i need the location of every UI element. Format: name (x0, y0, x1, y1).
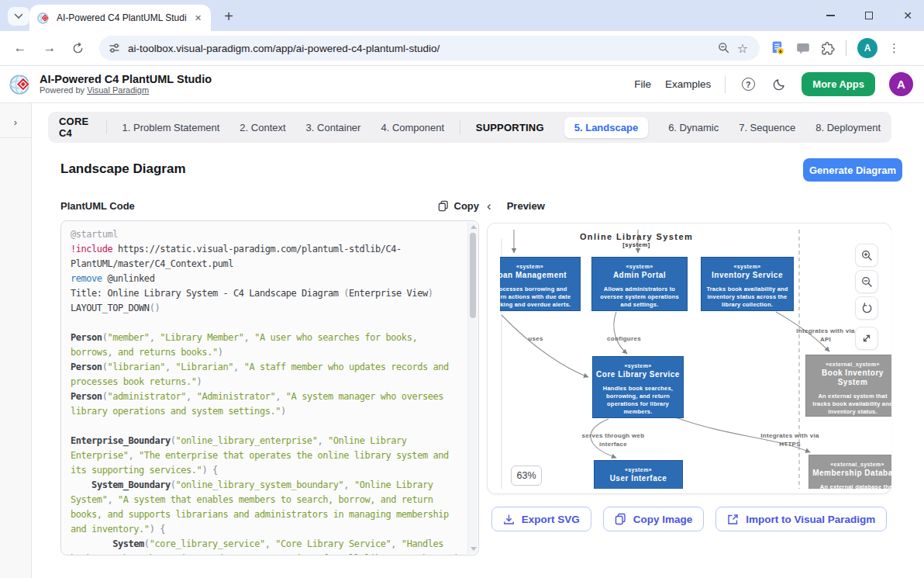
tab-deployment[interactable]: 8. Deployment (815, 122, 881, 133)
tab-context[interactable]: 2. Context (240, 122, 285, 133)
window-maximize-button[interactable] (859, 5, 879, 26)
code-line[interactable]: its supporting services.") { (71, 463, 467, 478)
code-line[interactable]: @startuml (71, 227, 467, 242)
docs-offline-icon[interactable] (771, 41, 785, 55)
expand-sidebar-button[interactable]: › (6, 112, 25, 131)
tabbar-divider (460, 120, 460, 134)
generate-diagram-button[interactable]: Generate Diagram (803, 158, 902, 182)
reset-view-button[interactable] (855, 296, 878, 320)
zoom-level-badge: 63% (511, 466, 542, 486)
dark-mode-button[interactable] (771, 76, 788, 93)
new-tab-button[interactable]: + (219, 6, 239, 26)
diagram-node[interactable]: «system»Inventory ServiceTracks book ava… (701, 257, 794, 311)
zoom-out-page-icon[interactable] (715, 39, 733, 57)
code-line[interactable]: Person("member", "Library Member", "A us… (71, 331, 467, 345)
browser-tab[interactable]: AI-Powered C4 PlantUML Studi ✕ (29, 5, 211, 31)
url-text[interactable]: ai-toolbox.visual-paradigm.com/app/ai-po… (128, 43, 715, 54)
rail-divider (0, 137, 32, 138)
tab-close-icon[interactable]: ✕ (191, 12, 205, 25)
help-button[interactable]: ? (740, 76, 757, 93)
tab-problem-statement[interactable]: 1. Problem Statement (122, 122, 220, 133)
scroll-up-arrow[interactable] (471, 225, 477, 229)
copy-code-button[interactable]: Copy (438, 200, 480, 212)
group-label-supporting: SUPPORTING (476, 122, 544, 133)
visual-paradigm-link[interactable]: Visual Paradigm (87, 85, 149, 95)
more-apps-button[interactable]: More Apps (802, 72, 875, 96)
collapse-preview-icon[interactable]: ‹ (487, 199, 491, 213)
code-line[interactable]: !include https://static.visual-paradigm.… (71, 242, 467, 257)
help-icon: ? (742, 78, 755, 91)
zoom-in-button[interactable] (855, 244, 878, 267)
code-line[interactable] (71, 316, 467, 331)
reload-button[interactable] (67, 37, 88, 59)
forward-button[interactable]: → (39, 37, 60, 59)
scroll-down-arrow[interactable] (471, 547, 477, 551)
code-line[interactable]: System_Boundary("online_library_system_b… (71, 478, 467, 493)
menu-file[interactable]: File (634, 78, 651, 90)
extensions-puzzle-icon[interactable] (821, 41, 835, 55)
code-line[interactable]: and inventory.") { (71, 522, 467, 537)
code-line[interactable]: Enterprise_Boundary("online_library_ente… (71, 434, 467, 448)
tab-dynamic[interactable]: 6. Dynamic (668, 122, 719, 133)
code-line[interactable]: books, and supports librarians and admin… (71, 507, 467, 522)
menu-examples[interactable]: Examples (665, 78, 711, 90)
code-line[interactable]: LAYOUT_TOP_DOWN() (71, 301, 467, 316)
back-button[interactable]: ← (9, 37, 31, 59)
code-line[interactable]: System", "A system that enables members … (71, 493, 467, 507)
diagram-node[interactable]: «system»Loan ManagementProcesses borrowi… (500, 257, 581, 311)
header-separator (725, 76, 726, 93)
browser-toolbar: ← → ai-toolbox.visual-paradigm.com/app/a… (0, 31, 924, 66)
tab-sequence[interactable]: 7. Sequence (739, 122, 795, 133)
code-editor[interactable]: @startuml!include https://static.visual-… (60, 220, 479, 556)
code-line[interactable]: Title: Online Library System - C4 Landsc… (71, 286, 467, 301)
code-line[interactable]: processes book returns.") (71, 375, 467, 389)
editor-scrollbar[interactable] (467, 222, 478, 554)
code-content[interactable]: @startuml!include https://static.visual-… (61, 221, 467, 555)
user-avatar[interactable]: A (889, 72, 913, 96)
diagram-node[interactable]: «system»User InterfaceProvides web and m… (594, 460, 683, 489)
site-settings-icon[interactable] (109, 43, 120, 54)
tab-container[interactable]: 3. Container (306, 122, 361, 133)
diagram-node[interactable]: «system»Core Library ServiceHandles book… (592, 356, 684, 418)
zoom-out-button[interactable] (855, 270, 878, 293)
diagram-viewport[interactable]: Online Library System [system] «system»L… (500, 230, 891, 489)
bookmark-star-icon[interactable]: ☆ (733, 39, 752, 57)
diagram-node[interactable]: «system»Admin PortalAllows administrator… (591, 257, 688, 311)
download-icon (503, 514, 515, 525)
code-panel-title: PlantUML Code (60, 200, 135, 212)
tab-landscape[interactable]: 5. Landscape (564, 117, 648, 138)
comment-bubble-icon[interactable] (796, 42, 810, 55)
url-bar[interactable]: ai-toolbox.visual-paradigm.com/app/ai-po… (99, 36, 760, 61)
tab-component[interactable]: 4. Component (381, 122, 444, 133)
browser-menu-icon[interactable]: ⋮ (888, 41, 900, 55)
edge-label: configures (607, 335, 641, 344)
code-line[interactable]: Person("librarian", "Librarian", "A staf… (71, 360, 467, 375)
diagram-boundary-title: Online Library System [system] (580, 232, 693, 248)
scrollbar-thumb[interactable] (470, 233, 476, 318)
code-line[interactable]: borrows, and returns books.") (71, 345, 467, 360)
code-line[interactable]: remove @unlinked (71, 272, 467, 286)
code-line[interactable] (71, 419, 467, 434)
code-line[interactable]: library operations and system settings."… (71, 404, 467, 419)
edge-label: Integrates with viaHTTPS (760, 432, 819, 448)
code-line[interactable]: Person("administrator", "Administrator",… (71, 389, 467, 404)
window-close-button[interactable]: ✕ (898, 5, 918, 26)
edge-label: Integrates with viaAPI (796, 327, 855, 344)
code-line[interactable]: System("core_library_service", "Core Lib… (71, 537, 467, 552)
app-header: AI-Powered C4 PlantUML Studio Powered by… (0, 66, 924, 103)
export-svg-button[interactable]: Export SVG (491, 507, 591, 531)
diagram-node[interactable]: «external_system»Membership DatabaseAn e… (808, 455, 891, 489)
code-line[interactable]: book searches, borrowing, and return ope… (71, 552, 467, 555)
diagram-node[interactable]: «external_system»Book Inventory SystemAn… (805, 355, 891, 417)
section-tabbar: CORE C4 1. Problem Statement 2. Context … (48, 112, 891, 143)
import-to-vp-button[interactable]: Import to Visual Paradigm (715, 507, 887, 531)
browser-profile-avatar[interactable]: A (857, 38, 877, 58)
copy-image-button[interactable]: Copy Image (603, 507, 705, 531)
code-line[interactable]: Enterprise", "The enterprise that operat… (71, 448, 467, 463)
preview-panel-header: ‹ Preview (487, 198, 891, 213)
code-line[interactable]: PlantUML/master/C4_Context.puml (71, 257, 467, 272)
window-minimize-button[interactable] (820, 5, 840, 26)
fullscreen-button[interactable] (855, 327, 878, 350)
tab-search-button[interactable] (8, 7, 29, 26)
tabbar-divider (106, 120, 107, 134)
